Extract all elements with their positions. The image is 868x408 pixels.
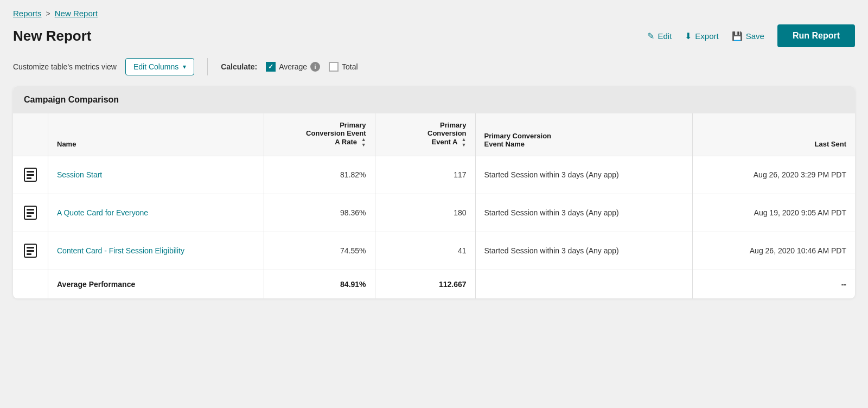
col-header-icon <box>13 113 48 156</box>
svg-rect-10 <box>27 250 34 252</box>
avg-event-name-cell <box>475 270 692 298</box>
header-actions: ✎ Edit ⬇ Export 💾 Save Run Report <box>647 24 855 47</box>
chevron-down-icon: ▾ <box>183 63 186 71</box>
average-label: Average <box>279 62 307 71</box>
run-report-button[interactable]: Run Report <box>777 24 855 47</box>
average-row: Average Performance 84.91% 112.667 -- <box>13 270 855 298</box>
event-name-cell: Started Session within 3 days (Any app) <box>475 232 692 270</box>
breadcrumb-reports-link[interactable]: Reports <box>13 9 42 18</box>
col-header-conversion-event[interactable]: PrimaryConversionEvent A ▲▼ <box>375 113 475 156</box>
campaign-icon <box>22 204 39 221</box>
campaign-name-link[interactable]: A Quote Card for Everyone <box>57 208 148 217</box>
campaign-icon <box>22 166 39 183</box>
save-icon: 💾 <box>732 31 743 41</box>
event-name-cell: Started Session within 3 days (Any app) <box>475 156 692 194</box>
campaign-icon-cell <box>13 232 48 270</box>
page-title: New Report <box>13 28 91 44</box>
avg-label-cell: Average Performance <box>48 270 264 298</box>
export-button[interactable]: ⬇ Export <box>685 31 718 41</box>
conversion-event-cell: 180 <box>375 194 475 232</box>
breadcrumb: Reports > New Report <box>13 9 855 18</box>
campaign-name-link[interactable]: Session Start <box>57 170 102 179</box>
export-icon: ⬇ <box>685 31 692 41</box>
edit-columns-button[interactable]: Edit Columns ▾ <box>125 58 194 75</box>
col-header-conversion-rate[interactable]: PrimaryConversion EventA Rate ▲▼ <box>264 113 375 156</box>
table-header-row: Name PrimaryConversion EventA Rate ▲▼ Pr… <box>13 113 855 156</box>
calculate-label: Calculate: <box>221 62 257 71</box>
average-checkbox[interactable] <box>266 62 276 72</box>
avg-icon-cell <box>13 270 48 298</box>
last-sent-cell: Aug 26, 2020 10:46 AM PDT <box>692 232 855 270</box>
last-sent-cell: Aug 26, 2020 3:29 PM PDT <box>692 156 855 194</box>
conversion-event-cell: 41 <box>375 232 475 270</box>
col-header-name: Name <box>48 113 264 156</box>
campaign-comparison-header: Campaign Comparison <box>13 86 855 113</box>
avg-event-cell: 112.667 <box>375 270 475 298</box>
campaign-name-cell: Content Card - First Session Eligibility <box>48 232 264 270</box>
last-sent-cell: Aug 19, 2020 9:05 AM PDT <box>692 194 855 232</box>
svg-rect-2 <box>27 174 34 176</box>
conversion-rate-cell: 74.55% <box>264 232 375 270</box>
event-name-cell: Started Session within 3 days (Any app) <box>475 194 692 232</box>
campaign-name-cell: A Quote Card for Everyone <box>48 194 264 232</box>
campaign-comparison-section: Campaign Comparison Name PrimaryConversi… <box>13 86 855 298</box>
campaign-icon-cell <box>13 194 48 232</box>
campaign-table: Name PrimaryConversion EventA Rate ▲▼ Pr… <box>13 113 855 298</box>
edit-columns-label: Edit Columns <box>133 62 178 71</box>
svg-rect-1 <box>27 171 34 173</box>
calculate-options: Average i Total <box>266 62 358 72</box>
info-icon[interactable]: i <box>310 62 320 72</box>
col-header-event-name: Primary ConversionEvent Name <box>475 113 692 156</box>
svg-rect-7 <box>27 215 31 217</box>
svg-rect-9 <box>27 247 34 248</box>
campaign-icon-cell <box>13 156 48 194</box>
svg-rect-6 <box>27 212 34 214</box>
svg-rect-11 <box>27 253 31 255</box>
avg-last-sent-cell: -- <box>692 270 855 298</box>
campaign-name-cell: Session Start <box>48 156 264 194</box>
header-row: New Report ✎ Edit ⬇ Export 💾 Save Run Re… <box>13 24 855 47</box>
conversion-event-cell: 117 <box>375 156 475 194</box>
toolbar-divider <box>207 58 208 75</box>
campaign-icon <box>22 242 39 259</box>
conversion-rate-cell: 81.82% <box>264 156 375 194</box>
table-row: A Quote Card for Everyone 98.36% 180 Sta… <box>13 194 855 232</box>
breadcrumb-separator: > <box>46 9 50 18</box>
avg-rate-cell: 84.91% <box>264 270 375 298</box>
table-row: Session Start 81.82% 117 Started Session… <box>13 156 855 194</box>
col-header-last-sent: Last Sent <box>692 113 855 156</box>
table-row: Content Card - First Session Eligibility… <box>13 232 855 270</box>
total-option: Total <box>329 62 358 72</box>
edit-icon: ✎ <box>647 31 654 41</box>
svg-rect-3 <box>27 177 31 179</box>
average-option: Average i <box>266 62 320 72</box>
breadcrumb-current: New Report <box>55 9 98 18</box>
toolbar-row: Customize table's metrics view Edit Colu… <box>13 58 855 75</box>
campaign-name-link[interactable]: Content Card - First Session Eligibility <box>57 246 184 255</box>
customize-label: Customize table's metrics view <box>13 62 117 71</box>
total-label: Total <box>342 62 358 71</box>
sort-arrows-rate: ▲▼ <box>361 137 366 148</box>
save-button[interactable]: 💾 Save <box>732 31 764 41</box>
sort-arrows-event: ▲▼ <box>462 137 467 148</box>
conversion-rate-cell: 98.36% <box>264 194 375 232</box>
svg-rect-5 <box>27 209 34 211</box>
total-checkbox[interactable] <box>329 62 339 72</box>
edit-button[interactable]: ✎ Edit <box>647 31 672 41</box>
